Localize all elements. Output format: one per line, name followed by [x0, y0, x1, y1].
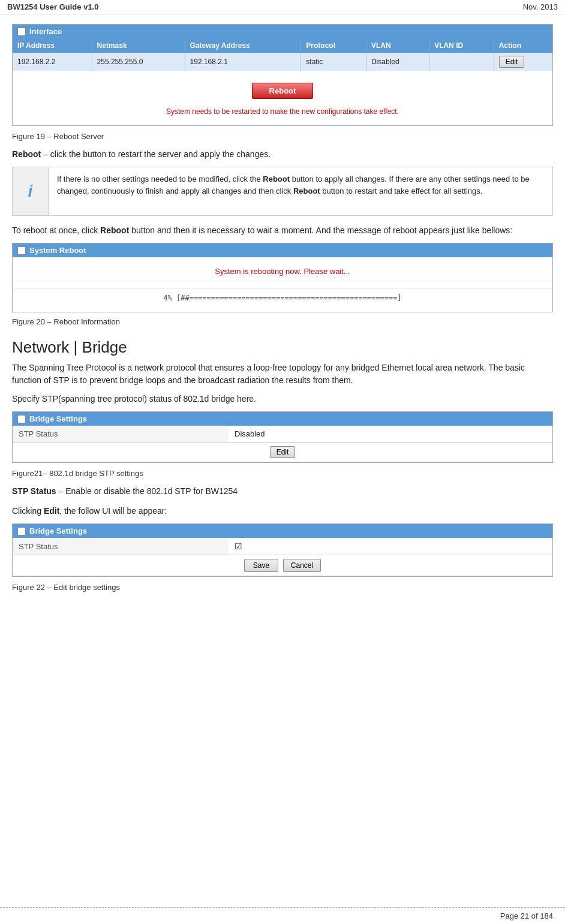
network-bridge-desc2: Specify STP(spanning tree protocol) stat… [12, 393, 553, 405]
reboot-area: Reboot System needs to be restarted to m… [13, 71, 552, 125]
bridge-settings-title-bar: Bridge Settings [13, 412, 552, 426]
interface-panel-icon [17, 28, 26, 36]
system-reboot-title: System Reboot [29, 246, 86, 255]
bridge-cell-value: Disabled [229, 426, 552, 443]
system-reboot-icon [17, 246, 26, 255]
page-header: BW1254 User Guide v1.0 Nov. 2013 [0, 0, 565, 14]
document-date: Nov. 2013 [523, 2, 558, 11]
cell-action: Edit [494, 53, 552, 71]
bridge-edit-cell-label: STP Status [13, 538, 229, 555]
bridge-settings-panel: Bridge Settings STP Status Disabled Edit [12, 411, 553, 463]
bridge-settings-edit-icon [17, 527, 26, 535]
reboot-progress-text: 4% [##==================================… [13, 291, 552, 308]
figure20-caption: Figure 20 – Reboot Information [12, 317, 553, 326]
interface-panel-title-bar: Interface [13, 25, 552, 38]
bridge-edit-footer-row: Save Cancel [13, 555, 552, 576]
cancel-button[interactable]: Cancel [283, 559, 321, 572]
info-box-text: If there is no other settings needed to … [49, 167, 552, 215]
bridge-settings-edit-title-bar: Bridge Settings [13, 524, 552, 538]
cell-gateway: 192.168.2.1 [185, 53, 301, 71]
bridge-edit-cell-value: ☑ [229, 538, 552, 555]
col-vlan: VLAN [366, 38, 429, 53]
col-protocol: Protocol [301, 38, 366, 53]
page-footer: Page 21 of 184 [0, 907, 565, 924]
save-button[interactable]: Save [244, 559, 278, 572]
col-action: Action [494, 38, 552, 53]
figure22-caption: Figure 22 – Edit bridge settings [12, 583, 553, 592]
col-ip-address: IP Address [13, 38, 92, 53]
col-netmask: Netmask [92, 38, 185, 53]
edit-intro-text: Clicking Edit, the follow UI will be app… [12, 505, 553, 517]
figure19-caption: Figure 19 – Reboot Server [12, 132, 553, 141]
bridge-settings-title: Bridge Settings [29, 414, 87, 423]
cell-netmask: 255.255.255.0 [92, 53, 185, 71]
bridge-table-row: STP Status Disabled [13, 426, 552, 443]
reboot-button[interactable]: Reboot [252, 83, 314, 99]
system-reboot-panel: System Reboot System is rebooting now. P… [12, 243, 553, 312]
bridge-settings-edit-panel: Bridge Settings STP Status ☑ Save Cancel [12, 523, 553, 577]
bridge-table: STP Status Disabled Edit [13, 426, 552, 462]
reboot-warning-text: System needs to be restarted to make the… [19, 107, 546, 116]
network-bridge-desc1: The Spanning Tree Protocol is a network … [12, 362, 553, 387]
system-reboot-title-bar: System Reboot [13, 243, 552, 257]
bridge-table-footer-row: Edit [13, 443, 552, 462]
bridge-settings-edit-title: Bridge Settings [29, 526, 87, 535]
bridge-edit-table-row: STP Status ☑ [13, 538, 552, 555]
col-vlan-id: VLAN ID [429, 38, 494, 53]
page-number: Page 21 of 184 [500, 911, 553, 920]
stp-checkbox[interactable]: ☑ [235, 541, 242, 551]
stp-label: STP Status [12, 486, 56, 496]
stp-description: – Enable or disable the 802.1d STP for B… [59, 486, 238, 496]
cell-protocol: static [301, 53, 366, 71]
reboot-body-text: To reboot at once, click Reboot button a… [12, 224, 553, 237]
network-bridge-heading: Network | Bridge [12, 338, 553, 357]
interface-panel-title: Interface [29, 27, 62, 36]
info-icon: i [13, 167, 49, 215]
stp-status-text: STP Status – Enable or disable the 802.1… [12, 485, 553, 498]
main-content: Interface IP Address Netmask Gateway Add… [0, 14, 565, 635]
bridge-cell-label: STP Status [13, 426, 229, 443]
figure21-caption: Figure21– 802.1d bridge STP settings [12, 469, 553, 478]
interface-panel: Interface IP Address Netmask Gateway Add… [12, 24, 553, 126]
reboot-description: – click the button to restart the server… [43, 149, 271, 159]
bridge-edit-button[interactable]: Edit [270, 446, 296, 458]
cell-ip: 192.168.2.2 [13, 53, 92, 71]
cell-vlan-id [429, 53, 494, 71]
interface-table-header-row: IP Address Netmask Gateway Address Proto… [13, 38, 552, 53]
cell-vlan: Disabled [366, 53, 429, 71]
bridge-edit-table: STP Status ☑ Save Cancel [13, 538, 552, 576]
bridge-settings-icon [17, 415, 26, 423]
row-edit-button[interactable]: Edit [499, 56, 525, 68]
reboot-label: Reboot [12, 149, 41, 159]
info-box: i If there is no other settings needed t… [12, 167, 553, 216]
reboot-heading-text: Reboot – click the button to restart the… [12, 148, 553, 161]
col-gateway: Gateway Address [185, 38, 301, 53]
document-title: BW1254 User Guide v1.0 [7, 2, 98, 11]
table-row: 192.168.2.2 255.255.255.0 192.168.2.1 st… [13, 53, 552, 71]
reboot-status-text: System is rebooting now. Please wait... [13, 261, 552, 278]
interface-table: IP Address Netmask Gateway Address Proto… [13, 38, 552, 71]
